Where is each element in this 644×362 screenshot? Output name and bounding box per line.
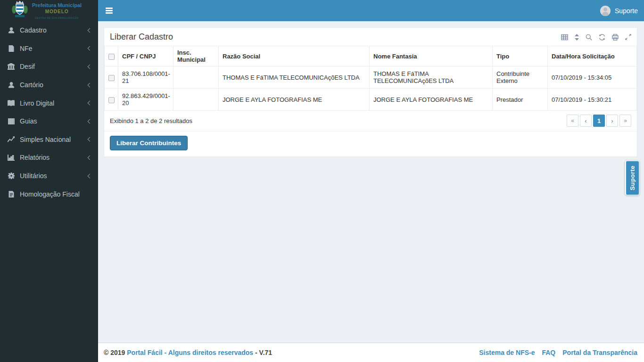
file-text-icon xyxy=(7,190,15,197)
cell-cpf-cnpj: 92.863.429/0001-20 xyxy=(118,89,173,111)
sidebar-item-label: Cadastro xyxy=(20,26,88,34)
sidebar-item-label: Guias xyxy=(20,117,88,125)
column-header-razao-social[interactable]: Razão Social xyxy=(219,46,370,66)
footer-copyright: © 2019 Portal Fácil - Alguns direitos re… xyxy=(104,349,272,356)
content-area: Liberar Cadastro CPF / CNPJ xyxy=(98,21,644,343)
bank-icon xyxy=(7,63,15,70)
cell-tipo: Contribuinte Externo xyxy=(493,66,548,89)
cell-cpf-cnpj: 83.706.108/0001-21 xyxy=(118,66,173,89)
chevron-left-icon xyxy=(88,156,92,160)
pagination-prev-button[interactable]: ‹ xyxy=(580,115,592,127)
liberar-contribuintes-button[interactable]: Liberar Contribuintes xyxy=(110,136,188,150)
sidebar-item-label: Livro Digital xyxy=(20,99,88,107)
cell-razao-social: JORGE E AYLA FOTOGRAFIAS ME xyxy=(219,89,370,111)
column-header-cpf-cnpj[interactable]: CPF / CNPJ xyxy=(118,46,173,66)
table-row: 83.706.108/0001-21 THOMAS E FáTIMA TELEC… xyxy=(105,66,637,89)
avatar xyxy=(600,6,611,16)
sidebar-item-homologacao-fiscal[interactable]: Homologação Fiscal xyxy=(0,185,98,203)
cell-tipo: Prestador xyxy=(493,89,548,111)
support-side-tab[interactable]: Suporte xyxy=(625,161,639,195)
user-name: Suporte xyxy=(615,7,638,15)
sidebar: Prefeitura Municipal MODELO GESTÃO DE SU… xyxy=(0,0,98,362)
chevron-left-icon xyxy=(88,101,92,106)
logo-title: Prefeitura Municipal xyxy=(32,2,82,9)
sidebar-item-label: Simples Nacional xyxy=(20,136,88,143)
line-chart-icon xyxy=(7,136,15,143)
topbar: Suporte xyxy=(98,0,644,21)
cell-nome-fantasia: THOMAS E FáTIMA TELECOMUNICAçõES LTDA xyxy=(370,66,493,89)
row-checkbox[interactable] xyxy=(108,75,115,81)
sidebar-item-utilitarios[interactable]: Utilitários xyxy=(0,167,98,185)
chevron-left-icon xyxy=(88,137,92,142)
pagination-page-1-button[interactable]: 1 xyxy=(593,115,605,127)
pagination-next-button[interactable]: › xyxy=(606,115,618,127)
print-icon[interactable] xyxy=(612,34,619,41)
sidebar-item-label: Desif xyxy=(20,63,88,70)
column-header-insc-municipal[interactable]: Insc. Municipal xyxy=(173,46,219,66)
cell-razao-social: THOMAS E FáTIMA TELECOMUNICAçõES LTDA xyxy=(219,66,370,89)
select-all-checkbox[interactable] xyxy=(108,54,115,60)
logo[interactable]: Prefeitura Municipal MODELO GESTÃO DE SU… xyxy=(0,0,98,21)
logo-text: Prefeitura Municipal MODELO GESTÃO DE SU… xyxy=(32,2,82,19)
sidebar-item-desif[interactable]: Desif xyxy=(0,58,98,76)
chevron-left-icon xyxy=(88,28,92,33)
sidebar-item-label: NFe xyxy=(20,45,88,52)
sidebar-item-simples-nacional[interactable]: Simples Nacional xyxy=(0,131,98,149)
sort-icon[interactable] xyxy=(575,34,579,41)
sidebar-item-cartorio[interactable]: Cartório xyxy=(0,76,98,94)
cell-insc-municipal xyxy=(173,89,219,111)
sidebar-item-relatorios[interactable]: Relatórios xyxy=(0,148,98,167)
pagination-first-button[interactable]: « xyxy=(567,115,578,127)
liberar-cadastro-panel: Liberar Cadastro CPF / CNPJ xyxy=(104,27,637,157)
pagination-last-button[interactable]: » xyxy=(619,115,631,127)
chevron-left-icon xyxy=(88,46,92,51)
results-summary: Exibindo 1 a 2 de 2 resultados xyxy=(110,117,192,124)
logo-tagline: GESTÃO DE SUA ARRECADAÇÃO xyxy=(32,16,82,19)
sidebar-item-label: Homologação Fiscal xyxy=(20,190,91,198)
cell-data-hora: 07/10/2019 - 15:34:05 xyxy=(548,66,637,89)
sidebar-menu: Cadastro NFe Desif Cartório Livro Digita… xyxy=(0,21,98,203)
table-columns-icon[interactable] xyxy=(561,34,568,41)
gear-icon xyxy=(7,173,15,180)
user-icon xyxy=(7,27,15,34)
column-header-data-hora[interactable]: Data/Hora Solicitação xyxy=(548,46,637,66)
contributors-table: CPF / CNPJ Insc. Municipal Razão Social … xyxy=(104,46,637,111)
search-icon[interactable] xyxy=(586,34,592,41)
cell-insc-municipal xyxy=(173,66,219,89)
user-menu[interactable]: Suporte xyxy=(594,0,644,21)
table-footer: Exibindo 1 a 2 de 2 resultados « ‹ 1 › » xyxy=(104,111,637,131)
chevron-left-icon xyxy=(88,82,92,87)
footer: © 2019 Portal Fácil - Alguns direitos re… xyxy=(98,343,644,362)
column-header-tipo[interactable]: Tipo xyxy=(493,46,548,66)
pagination: « ‹ 1 › » xyxy=(567,115,631,127)
chevron-left-icon xyxy=(88,65,92,69)
faq-link[interactable]: FAQ xyxy=(542,349,555,356)
panel-actions: Liberar Contribuintes xyxy=(104,132,637,156)
footer-separator: - xyxy=(255,349,257,356)
portal-transparencia-link[interactable]: Portal da Transparência xyxy=(562,349,637,356)
portal-facil-link[interactable]: Portal Fácil - Alguns direitos reservado… xyxy=(127,349,253,356)
sidebar-item-label: Utilitários xyxy=(20,172,88,180)
row-checkbox[interactable] xyxy=(108,97,115,103)
user-icon xyxy=(7,82,15,89)
footer-links: Sistema de NFS-e FAQ Portal da Transparê… xyxy=(479,349,637,356)
expand-icon[interactable] xyxy=(625,34,631,40)
sidebar-item-cadastro[interactable]: Cadastro xyxy=(0,21,98,40)
copyright-text: © 2019 xyxy=(104,349,125,356)
book-icon xyxy=(7,99,15,107)
sidebar-item-nfe[interactable]: NFe xyxy=(0,40,98,58)
refresh-icon[interactable] xyxy=(599,34,605,41)
sidebar-item-guias[interactable]: Guias xyxy=(0,112,98,131)
hamburger-menu-icon[interactable] xyxy=(98,0,120,21)
chevron-left-icon xyxy=(88,173,92,178)
table-header-row: CPF / CNPJ Insc. Municipal Razão Social … xyxy=(105,46,637,66)
sidebar-item-livro-digital[interactable]: Livro Digital xyxy=(0,94,98,112)
sistema-nfse-link[interactable]: Sistema de NFS-e xyxy=(479,349,535,356)
chevron-left-icon xyxy=(88,119,92,123)
table-row: 92.863.429/0001-20 JORGE E AYLA FOTOGRAF… xyxy=(105,89,637,111)
cell-data-hora: 07/10/2019 - 15:30:21 xyxy=(548,89,637,111)
coat-of-arms-icon xyxy=(11,0,28,20)
sidebar-item-label: Relatórios xyxy=(20,154,88,161)
file-icon xyxy=(7,45,15,52)
column-header-nome-fantasia[interactable]: Nome Fantasia xyxy=(370,46,493,66)
